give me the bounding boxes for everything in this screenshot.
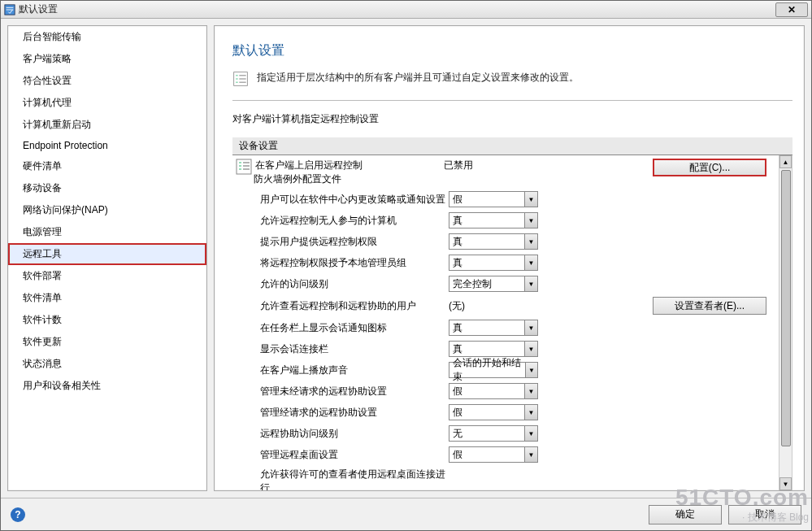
set-viewers-button[interactable]: 设置查看者(E)... bbox=[653, 297, 766, 315]
titlebar-text: 默认设置 bbox=[19, 2, 58, 16]
cancel-button[interactable]: 取消 bbox=[728, 505, 801, 524]
scroll-down[interactable]: ▼ bbox=[779, 477, 792, 490]
scroll-thumb[interactable] bbox=[781, 170, 791, 446]
scrollbar[interactable]: ▲ ▼ bbox=[779, 155, 792, 490]
dropdown-grant-admin[interactable]: 真▼ bbox=[449, 255, 538, 271]
setting-value: 已禁用 bbox=[444, 159, 549, 172]
chevron-down-icon: ▼ bbox=[524, 192, 537, 207]
dropdown-connection-bar[interactable]: 真▼ bbox=[449, 341, 538, 357]
sidebar-item-power-management[interactable]: 电源管理 bbox=[8, 221, 206, 243]
chevron-down-icon: ▼ bbox=[524, 447, 537, 462]
setting-label: 用户可以在软件中心内更改策略或通知设置 bbox=[258, 193, 449, 207]
description-text: 指定适用于层次结构中的所有客户端并且可通过自定义设置来修改的设置。 bbox=[257, 71, 579, 85]
sidebar-item-computer-agent[interactable]: 计算机代理 bbox=[8, 92, 206, 114]
description-row: 指定适用于层次结构中的所有客户端并且可通过自定义设置来修改的设置。 bbox=[232, 71, 792, 87]
setting-label: 将远程控制权限授予本地管理员组 bbox=[258, 256, 449, 270]
setting-label: 允许的访问级别 bbox=[258, 277, 449, 291]
chevron-down-icon: ▼ bbox=[524, 213, 537, 228]
section-label: 对客户端计算机指定远程控制设置 bbox=[232, 112, 792, 126]
setting-sublabel: 防火墙例外配置文件 bbox=[254, 172, 444, 186]
sidebar: 后台智能传输 客户端策略 符合性设置 计算机代理 计算机重新启动 Endpoin… bbox=[7, 25, 207, 491]
dropdown-user-change-policy[interactable]: 假▼ bbox=[449, 191, 538, 207]
settings-inner: 在客户端上启用远程控制 防火墙例外配置文件 已禁用 配置(C)... 用户可以在… bbox=[232, 155, 779, 490]
sidebar-item-user-device-affinity[interactable]: 用户和设备相关性 bbox=[8, 375, 206, 397]
dropdown-ra-access-level[interactable]: 无▼ bbox=[449, 425, 538, 442]
setting-label: 提示用户提供远程控制权限 bbox=[258, 235, 449, 249]
dropdown-remote-desktop[interactable]: 假▼ bbox=[449, 446, 538, 463]
titlebar: 默认设置 ✕ bbox=[1, 1, 811, 19]
setting-row-user-change-policy: 用户可以在软件中心内更改策略或通知设置 假▼ bbox=[232, 189, 779, 210]
divider bbox=[232, 100, 792, 101]
setting-label: 在任务栏上显示会话通知图标 bbox=[258, 321, 449, 335]
footer: ? 确定 取消 bbox=[1, 498, 811, 530]
setting-row-ra-access-level: 远程协助访问级别 无▼ bbox=[232, 423, 779, 444]
dropdown-play-sound[interactable]: 会话的开始和结束▼ bbox=[449, 362, 538, 378]
setting-row-taskbar-icon: 在任务栏上显示会话通知图标 真▼ bbox=[232, 317, 779, 338]
setting-label: 允许获得许可的查看者使用远程桌面连接进行 bbox=[258, 468, 449, 490]
dropdown-prompt-permission[interactable]: 真▼ bbox=[449, 233, 538, 250]
setting-row-grant-admin: 将远程控制权限授予本地管理员组 真▼ bbox=[232, 252, 779, 273]
setting-row-enable-remote: 在客户端上启用远程控制 防火墙例外配置文件 已禁用 配置(C)... bbox=[232, 155, 779, 189]
setting-row-permitted-viewers: 允许查看远程控制和远程协助的用户 (无) 设置查看者(E)... bbox=[232, 294, 779, 317]
ok-button[interactable]: 确定 bbox=[649, 505, 722, 524]
sidebar-item-endpoint-protection[interactable]: Endpoint Protection bbox=[8, 136, 206, 155]
svg-rect-2 bbox=[237, 159, 251, 174]
setting-label: 允许远程控制无人参与的计算机 bbox=[258, 214, 449, 228]
sidebar-item-compliance[interactable]: 符合性设置 bbox=[8, 70, 206, 92]
setting-label: 显示会话连接栏 bbox=[258, 342, 449, 356]
setting-row-unsolicited-ra: 管理未经请求的远程协助设置 假▼ bbox=[232, 381, 779, 402]
sidebar-item-computer-restart[interactable]: 计算机重新启动 bbox=[8, 114, 206, 136]
sidebar-item-nap[interactable]: 网络访问保护(NAP) bbox=[8, 199, 206, 221]
setting-label: 管理未经请求的远程协助设置 bbox=[258, 385, 449, 398]
setting-label: 在客户端上播放声音 bbox=[258, 363, 449, 377]
setting-row-permitted-rd: 允许获得许可的查看者使用远程桌面连接进行 ▼ bbox=[232, 465, 779, 490]
setting-value: (无) bbox=[449, 299, 554, 313]
sidebar-item-client-policy[interactable]: 客户端策略 bbox=[8, 48, 206, 70]
setting-label: 远程协助访问级别 bbox=[258, 427, 449, 441]
app-icon bbox=[4, 4, 15, 15]
setting-row-prompt-permission: 提示用户提供远程控制权限 真▼ bbox=[232, 231, 779, 252]
sidebar-item-software-deployment[interactable]: 软件部署 bbox=[8, 265, 206, 287]
list-icon bbox=[236, 159, 254, 181]
setting-row-play-sound: 在客户端上播放声音 会话的开始和结束▼ bbox=[232, 359, 779, 381]
dialog-window: 默认设置 ✕ 后台智能传输 客户端策略 符合性设置 计算机代理 计算机重新启动 … bbox=[0, 0, 812, 531]
chevron-down-icon: ▼ bbox=[524, 342, 537, 356]
scroll-up[interactable]: ▲ bbox=[779, 155, 792, 168]
configure-button[interactable]: 配置(C)... bbox=[653, 159, 766, 176]
chevron-down-icon: ▼ bbox=[524, 255, 537, 270]
sidebar-item-software-inventory[interactable]: 软件清单 bbox=[8, 287, 206, 309]
chevron-down-icon: ▼ bbox=[524, 384, 537, 398]
setting-row-unattended: 允许远程控制无人参与的计算机 真▼ bbox=[232, 210, 779, 231]
setting-label: 允许查看远程控制和远程协助的用户 bbox=[258, 299, 449, 313]
dropdown-unattended[interactable]: 真▼ bbox=[449, 212, 538, 229]
sidebar-item-mobile-devices[interactable]: 移动设备 bbox=[8, 177, 206, 199]
chevron-down-icon: ▼ bbox=[525, 363, 537, 377]
dropdown-taskbar-icon[interactable]: 真▼ bbox=[449, 320, 538, 336]
dropdown-unsolicited-ra[interactable]: 假▼ bbox=[449, 383, 538, 399]
settings-area: 在客户端上启用远程控制 防火墙例外配置文件 已禁用 配置(C)... 用户可以在… bbox=[232, 155, 792, 490]
dropdown-access-level[interactable]: 完全控制▼ bbox=[449, 276, 538, 292]
dropdown-solicited-ra[interactable]: 假▼ bbox=[449, 404, 538, 420]
chevron-down-icon: ▼ bbox=[524, 405, 537, 420]
chevron-down-icon: ▼ bbox=[524, 276, 537, 291]
setting-row-access-level: 允许的访问级别 完全控制▼ bbox=[232, 273, 779, 294]
close-button[interactable]: ✕ bbox=[775, 2, 808, 17]
chevron-down-icon: ▼ bbox=[524, 234, 537, 249]
sidebar-item-hardware-inventory[interactable]: 硬件清单 bbox=[8, 155, 206, 177]
setting-label: 在客户端上启用远程控制 bbox=[254, 159, 444, 172]
sidebar-item-software-updates[interactable]: 软件更新 bbox=[8, 331, 206, 353]
checklist-icon bbox=[232, 71, 250, 87]
setting-row-remote-desktop: 管理远程桌面设置 假▼ bbox=[232, 444, 779, 465]
setting-row-solicited-ra: 管理经请求的远程协助设置 假▼ bbox=[232, 402, 779, 423]
dialog-body: 后台智能传输 客户端策略 符合性设置 计算机代理 计算机重新启动 Endpoin… bbox=[1, 19, 811, 498]
setting-label: 管理远程桌面设置 bbox=[258, 448, 449, 462]
sidebar-item-software-metering[interactable]: 软件计数 bbox=[8, 309, 206, 331]
sidebar-item-state-messaging[interactable]: 状态消息 bbox=[8, 353, 206, 375]
page-title: 默认设置 bbox=[232, 42, 792, 59]
sidebar-item-bits[interactable]: 后台智能传输 bbox=[8, 26, 206, 48]
main-panel: 默认设置 指定适用于层次结构中的所有客户端并且可通过自定义设置来修改的设置。 对… bbox=[214, 25, 805, 491]
setting-label: 管理经请求的远程协助设置 bbox=[258, 406, 449, 420]
help-icon[interactable]: ? bbox=[11, 507, 25, 522]
group-header: 设备设置 bbox=[232, 137, 792, 155]
sidebar-item-remote-tools[interactable]: 远程工具 bbox=[8, 243, 206, 265]
